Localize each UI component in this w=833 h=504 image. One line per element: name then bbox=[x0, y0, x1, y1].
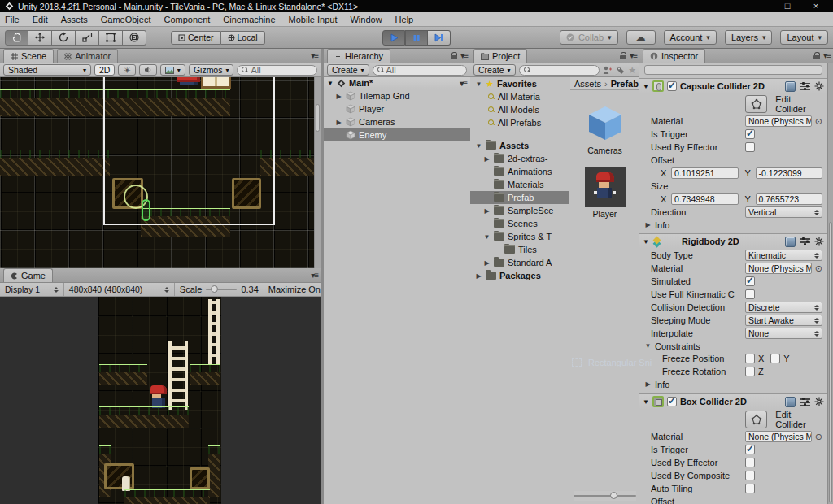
folder-tiles[interactable]: Tiles bbox=[470, 243, 569, 256]
shading-mode-dropdown[interactable]: Shaded ▾ bbox=[3, 64, 91, 76]
foldout-open-icon[interactable]: ▼ bbox=[643, 398, 649, 406]
component-enabled-checkbox[interactable] bbox=[667, 397, 677, 406]
gizmos-dropdown[interactable]: Gizmos ▾ bbox=[189, 64, 234, 76]
scene-menu-icon[interactable]: ▾≡ bbox=[460, 79, 467, 88]
scrollbar-thumb[interactable] bbox=[829, 222, 832, 502]
pause-button[interactable] bbox=[405, 30, 428, 46]
tab-project[interactable]: Project bbox=[473, 49, 527, 63]
capsule-collider-header[interactable]: ▼ Capsule Collider 2D bbox=[639, 78, 827, 93]
gear-icon[interactable] bbox=[814, 237, 824, 246]
layout-dropdown[interactable]: Layout ▾ bbox=[780, 30, 828, 45]
search-by-type-icon[interactable] bbox=[603, 66, 613, 75]
used-by-effector-checkbox[interactable] bbox=[745, 458, 755, 467]
presets-icon[interactable] bbox=[800, 81, 810, 92]
scale-slider[interactable] bbox=[206, 289, 237, 290]
help-icon[interactable] bbox=[785, 237, 796, 247]
tab-hierarchy[interactable]: Hierarchy bbox=[327, 49, 390, 63]
panel-menu-icon[interactable]: ▾≡ bbox=[311, 51, 318, 60]
menu-window[interactable]: Window bbox=[350, 15, 382, 24]
is-trigger-checkbox[interactable] bbox=[745, 445, 755, 454]
use-full-kinematic-checkbox[interactable] bbox=[745, 289, 755, 299]
folder-animations[interactable]: Animations bbox=[470, 165, 569, 178]
material-object-field[interactable]: None (Physics Ma bbox=[745, 263, 812, 274]
direction-dropdown[interactable]: Vertical bbox=[745, 206, 822, 218]
display-dropdown[interactable]: Display 1 bbox=[0, 283, 64, 296]
pivot-center-button[interactable]: Center bbox=[171, 31, 221, 45]
resolution-dropdown[interactable]: 480x840 (480x840) bbox=[64, 283, 175, 296]
foldout-closed-icon[interactable]: ▶ bbox=[483, 155, 491, 163]
inspector-vertical-scrollbar[interactable] bbox=[827, 63, 833, 504]
help-icon[interactable] bbox=[785, 81, 796, 92]
freeze-rotation-z-checkbox[interactable] bbox=[745, 367, 755, 376]
offset-y-field[interactable]: -0.1223099 bbox=[756, 167, 823, 179]
simulated-checkbox[interactable] bbox=[745, 276, 755, 286]
breadcrumb-prefab[interactable]: Prefab bbox=[611, 79, 639, 89]
box-collider-header[interactable]: ▼ Box Collider 2D bbox=[639, 393, 827, 409]
hierarchy-scene-row[interactable]: ▼ Main* ▾≡ bbox=[324, 77, 470, 89]
hierarchy-item-cameras[interactable]: ▶ Cameras bbox=[324, 115, 470, 128]
constraints-foldout[interactable]: ▼ Constraints bbox=[639, 340, 827, 352]
project-packages-row[interactable]: ▶ Packages bbox=[470, 269, 569, 282]
menu-help[interactable]: Help bbox=[395, 15, 414, 24]
menu-mobile-input[interactable]: Mobile Input bbox=[289, 15, 338, 24]
lock-icon[interactable] bbox=[813, 52, 820, 59]
tab-scene[interactable]: Scene bbox=[3, 49, 54, 63]
scene-lighting-toggle[interactable]: ☀ bbox=[118, 64, 135, 76]
tab-animator[interactable]: Animator bbox=[57, 49, 118, 63]
sleeping-mode-dropdown[interactable]: Start Awake bbox=[745, 315, 822, 326]
play-button[interactable] bbox=[382, 30, 405, 46]
transform-tool-button[interactable] bbox=[123, 30, 146, 46]
auto-tiling-checkbox[interactable] bbox=[745, 484, 755, 493]
thumbnail-size-slider[interactable] bbox=[574, 491, 636, 501]
breadcrumb-assets[interactable]: Assets bbox=[574, 79, 601, 89]
object-picker-icon[interactable]: ⊙ bbox=[815, 117, 822, 125]
lock-icon[interactable] bbox=[620, 52, 626, 59]
object-picker-icon[interactable]: ⊙ bbox=[815, 264, 822, 272]
project-create-dropdown[interactable]: Create ▾ bbox=[473, 64, 516, 76]
hierarchy-item-player[interactable]: Player bbox=[324, 102, 470, 115]
tab-game[interactable]: Game bbox=[3, 268, 53, 282]
folder-prefab[interactable]: Prefab bbox=[470, 191, 569, 204]
edit-collider-button[interactable] bbox=[745, 411, 767, 428]
hierarchy-create-dropdown[interactable]: Create ▾ bbox=[327, 64, 369, 76]
enemy-capsule-gizmo[interactable] bbox=[142, 199, 150, 221]
size-y-field[interactable]: 0.7655723 bbox=[756, 193, 823, 205]
help-icon[interactable] bbox=[785, 397, 796, 407]
object-picker-icon[interactable]: ⊙ bbox=[815, 432, 822, 441]
size-x-field[interactable]: 0.7349948 bbox=[671, 193, 739, 205]
favorites-star-icon[interactable]: ★ bbox=[628, 65, 636, 76]
favorite-all-prefabs[interactable]: All Prefabs bbox=[470, 116, 569, 129]
project-favorites-row[interactable]: ▼ ★ Favorites bbox=[470, 77, 569, 90]
is-trigger-checkbox[interactable] bbox=[745, 129, 755, 139]
collab-dropdown[interactable]: Collab ▾ bbox=[560, 30, 618, 45]
project-search-input[interactable] bbox=[519, 65, 600, 76]
asset-player-prefab[interactable]: Player bbox=[585, 167, 626, 219]
component-enabled-checkbox[interactable] bbox=[667, 81, 677, 91]
slider-knob[interactable] bbox=[610, 492, 617, 499]
game-viewport[interactable] bbox=[0, 297, 321, 504]
hierarchy-item-tilemap-grid[interactable]: ▶ Tilemap Grid bbox=[324, 89, 470, 102]
panel-menu-icon[interactable]: ▾≡ bbox=[311, 271, 318, 280]
foldout-open-icon[interactable]: ▼ bbox=[475, 80, 482, 88]
material-object-field[interactable]: None (Physics Ma bbox=[745, 431, 812, 442]
minimize-button[interactable]: – bbox=[747, 1, 771, 11]
interpolate-dropdown[interactable]: None bbox=[745, 328, 822, 339]
folder-scenes[interactable]: Scenes bbox=[470, 217, 569, 230]
project-assets-row[interactable]: ▼ Assets bbox=[470, 139, 569, 152]
foldout-closed-icon[interactable]: ▶ bbox=[483, 259, 491, 267]
folder-sprites-tilesets[interactable]: ▼ Sprites & T bbox=[470, 230, 569, 243]
material-object-field[interactable]: None (Physics Ma bbox=[745, 115, 812, 127]
hand-tool-button[interactable] bbox=[5, 30, 28, 46]
menu-cinemachine[interactable]: Cinemachine bbox=[223, 15, 275, 24]
menu-gameobject[interactable]: GameObject bbox=[101, 15, 151, 24]
presets-icon[interactable] bbox=[800, 237, 810, 247]
lock-icon[interactable] bbox=[451, 52, 457, 59]
close-button[interactable]: × bbox=[804, 1, 828, 11]
rotate-tool-button[interactable] bbox=[52, 30, 76, 46]
hierarchy-search-input[interactable]: All bbox=[373, 65, 467, 76]
foldout-open-icon[interactable]: ▼ bbox=[475, 142, 482, 150]
tab-inspector[interactable]: Inspector bbox=[643, 49, 705, 63]
rect-tool-button[interactable] bbox=[99, 30, 123, 46]
foldout-closed-icon[interactable]: ▶ bbox=[483, 207, 491, 215]
foldout-open-icon[interactable]: ▼ bbox=[327, 80, 334, 87]
